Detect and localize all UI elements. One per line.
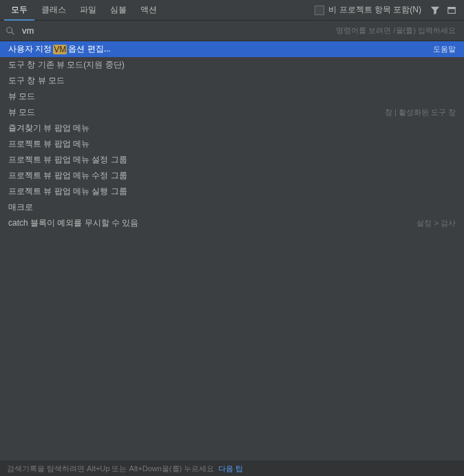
search-icon (6, 26, 18, 36)
tab-2[interactable]: 파일 (73, 0, 103, 21)
include-non-project-checkbox[interactable]: 비 프로젝트 항목 포함(N) (315, 4, 427, 16)
result-row[interactable]: 프로젝트 뷰 팝업 메뉴 설정 그룹 (0, 152, 464, 168)
svg-point-2 (7, 27, 12, 32)
result-row[interactable]: 뷰 모드 (0, 89, 464, 105)
result-row[interactable]: 매크로 (0, 199, 464, 215)
search-row: 명령어를 보려면 /을(를) 입력하세요 (0, 21, 464, 41)
result-label: 즐겨찾기 뷰 팝업 메뉴 (8, 122, 456, 134)
result-label: 도구 창 기존 뷰 모드(지원 중단) (8, 59, 456, 71)
search-input[interactable] (18, 25, 336, 36)
result-row[interactable]: 즐겨찾기 뷰 팝업 메뉴 (0, 120, 464, 136)
result-label: 도구 창 뷰 모드 (8, 75, 456, 87)
result-row[interactable]: 도구 창 뷰 모드 (0, 73, 464, 89)
tab-3[interactable]: 심볼 (103, 0, 134, 21)
next-tip-link[interactable]: 다음 팁 (218, 464, 243, 474)
result-label: 매크로 (8, 202, 456, 213)
result-label: 프로젝트 뷰 팝업 메뉴 (8, 138, 456, 150)
svg-line-3 (12, 32, 14, 34)
result-label: 프로젝트 뷰 팝업 메뉴 실행 그룹 (8, 186, 456, 197)
result-row[interactable]: 프로젝트 뷰 팝업 메뉴 (0, 136, 464, 152)
tab-0[interactable]: 모두 (4, 0, 34, 21)
match-highlight: VM (53, 45, 67, 54)
result-row[interactable]: 도구 창 기존 뷰 모드(지원 중단) (0, 57, 464, 73)
result-label: 뷰 모드 (8, 91, 456, 102)
checkbox-label: 비 프로젝트 항목 포함(N) (328, 4, 421, 16)
open-in-window-icon[interactable] (443, 2, 460, 19)
tab-1[interactable]: 클래스 (34, 0, 73, 21)
result-row[interactable]: 프로젝트 뷰 팝업 메뉴 수정 그룹 (0, 168, 464, 184)
result-meta: 설정 > 검사 (416, 218, 456, 228)
result-row[interactable]: catch 블록이 예외를 무시할 수 있음설정 > 검사 (0, 215, 464, 231)
result-label: 뷰 모드 (8, 107, 385, 118)
footer-text: 검색기록을 탐색하려면 Alt+Up 또는 Alt+Down을(를) 누르세요 (7, 464, 214, 474)
checkbox-box (315, 6, 324, 15)
result-label: 사용자 지정 VM 옵션 편집... (8, 43, 433, 55)
result-label: catch 블록이 예외를 무시할 수 있음 (8, 217, 416, 229)
result-label: 프로젝트 뷰 팝업 메뉴 설정 그룹 (8, 154, 456, 166)
result-label: 프로젝트 뷰 팝업 메뉴 수정 그룹 (8, 170, 456, 182)
filter-icon[interactable] (427, 2, 443, 19)
svg-rect-1 (448, 7, 456, 9)
result-meta: 창 | 활성화된 도구 창 (385, 107, 456, 118)
tab-bar: 모두클래스파일심볼액션 비 프로젝트 항목 포함(N) (0, 0, 464, 21)
result-meta: 도움말 (433, 44, 456, 54)
result-row[interactable]: 사용자 지정 VM 옵션 편집...도움말 (0, 41, 464, 57)
search-hint: 명령어를 보려면 /을(를) 입력하세요 (336, 25, 458, 36)
result-row[interactable]: 프로젝트 뷰 팝업 메뉴 실행 그룹 (0, 184, 464, 199)
footer-bar: 검색기록을 탐색하려면 Alt+Up 또는 Alt+Down을(를) 누르세요 … (0, 461, 464, 476)
results-list[interactable]: 사용자 지정 VM 옵션 편집...도움말도구 창 기존 뷰 모드(지원 중단)… (0, 41, 464, 461)
tab-4[interactable]: 액션 (134, 0, 164, 21)
result-row[interactable]: 뷰 모드창 | 활성화된 도구 창 (0, 105, 464, 120)
